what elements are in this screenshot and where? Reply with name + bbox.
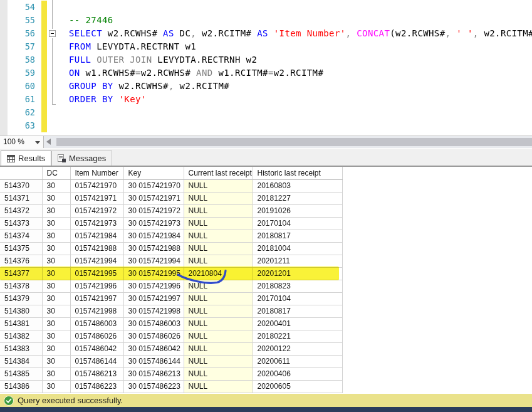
- grid-cell[interactable]: NULL: [184, 380, 253, 393]
- grid-cell[interactable]: 30: [42, 305, 70, 317]
- grid-cell[interactable]: 0157421970: [70, 179, 123, 192]
- grid-cell[interactable]: NULL: [184, 317, 253, 330]
- grid-cell[interactable]: 20200401: [253, 317, 342, 330]
- collapse-region-icon[interactable]: [49, 30, 56, 37]
- grid-cell[interactable]: 30 0157486042: [123, 342, 184, 355]
- grid-cell[interactable]: NULL: [184, 255, 253, 267]
- row-header[interactable]: 514385: [0, 367, 42, 380]
- grid-cell[interactable]: 20170104: [253, 292, 342, 305]
- grid-cell[interactable]: 20191026: [253, 204, 342, 217]
- grid-cell[interactable]: 0157421973: [70, 217, 123, 230]
- grid-cell[interactable]: 30 0157486003: [123, 317, 184, 330]
- grid-cell[interactable]: 30: [42, 280, 70, 292]
- row-header[interactable]: 514370: [0, 179, 42, 192]
- grid-cell[interactable]: NULL: [184, 192, 253, 204]
- code-line[interactable]: 58FULL OUTER JOIN LEVYDTA.RECTRNH w2: [0, 53, 532, 66]
- grid-cell[interactable]: NULL: [184, 355, 253, 367]
- grid-cell[interactable]: NULL: [184, 179, 253, 192]
- grid-cell[interactable]: 0157421997: [70, 292, 123, 305]
- row-header[interactable]: 514371: [0, 192, 42, 204]
- grid-cell[interactable]: 30: [42, 217, 70, 230]
- grid-cell[interactable]: NULL: [184, 367, 253, 380]
- grid-cell[interactable]: 30 0157421971: [123, 192, 184, 204]
- grid-cell[interactable]: 30: [42, 342, 70, 355]
- grid-cell[interactable]: 30: [42, 355, 70, 367]
- grid-cell[interactable]: 30 0157421994: [123, 255, 184, 267]
- code-line[interactable]: 63: [0, 119, 532, 132]
- grid-cell[interactable]: 0157486213: [70, 367, 123, 380]
- grid-cell[interactable]: 30 0157421970: [123, 179, 184, 192]
- grid-cell[interactable]: 30 0157421995: [123, 267, 184, 280]
- grid-cell[interactable]: 30: [42, 179, 70, 192]
- grid-cell[interactable]: 30: [42, 204, 70, 217]
- grid-cell[interactable]: 30: [42, 330, 70, 342]
- grid-cell[interactable]: NULL: [184, 305, 253, 317]
- grid-cell[interactable]: 0157421984: [70, 230, 123, 242]
- grid-cell[interactable]: 0157486042: [70, 342, 123, 355]
- grid-cell[interactable]: 30 0157486213: [123, 367, 184, 380]
- grid-cell[interactable]: 20180221: [253, 330, 342, 342]
- grid-cell[interactable]: 30 0157421988: [123, 242, 184, 255]
- grid-cell[interactable]: 30 0157421997: [123, 292, 184, 305]
- grid-cell[interactable]: 20200611: [253, 355, 342, 367]
- code-line[interactable]: 62: [0, 106, 532, 119]
- grid-cell[interactable]: 0157421971: [70, 192, 123, 204]
- grid-cell[interactable]: NULL: [184, 292, 253, 305]
- grid-cell[interactable]: 20180817: [253, 305, 342, 317]
- grid-cell[interactable]: NULL: [184, 230, 253, 242]
- hscrollbar-thumb[interactable]: [56, 138, 532, 146]
- grid-cell[interactable]: 30 0157421998: [123, 305, 184, 317]
- grid-cell[interactable]: 0157421998: [70, 305, 123, 317]
- grid-cell[interactable]: 20210804: [184, 267, 253, 280]
- sql-editor[interactable]: 5455-- 2744656SELECT w2.RCWHS# AS DC, w2…: [0, 0, 532, 135]
- grid-cell[interactable]: 30: [42, 230, 70, 242]
- tab-messages[interactable]: Messages: [51, 151, 112, 166]
- column-header[interactable]: DC: [42, 167, 70, 179]
- code-line[interactable]: 54: [0, 1, 532, 14]
- column-header[interactable]: Historic last receipt: [253, 167, 342, 179]
- grid-cell[interactable]: 0157486026: [70, 330, 123, 342]
- grid-cell[interactable]: 20200122: [253, 342, 342, 355]
- grid-cell[interactable]: NULL: [184, 330, 253, 342]
- column-header[interactable]: Item Number: [70, 167, 123, 179]
- row-header[interactable]: 514380: [0, 305, 42, 317]
- zoom-level-dropdown[interactable]: 100 %: [0, 136, 44, 148]
- grid-cell[interactable]: NULL: [184, 217, 253, 230]
- grid-cell[interactable]: 20180817: [253, 230, 342, 242]
- grid-cell[interactable]: 30: [42, 317, 70, 330]
- grid-cell[interactable]: 30: [42, 192, 70, 204]
- grid-cell[interactable]: 20180823: [253, 280, 342, 292]
- row-header[interactable]: 514375: [0, 242, 42, 255]
- grid-cell[interactable]: 20201211: [253, 255, 342, 267]
- grid-cell[interactable]: 0157421996: [70, 280, 123, 292]
- grid-cell[interactable]: 30: [42, 255, 70, 267]
- code-line[interactable]: 56SELECT w2.RCWHS# AS DC, w2.RCITM# AS '…: [0, 27, 532, 40]
- row-header[interactable]: 514379: [0, 292, 42, 305]
- code-line[interactable]: 55-- 27446: [0, 14, 532, 27]
- row-header[interactable]: 514374: [0, 230, 42, 242]
- row-header[interactable]: 514386: [0, 380, 42, 393]
- grid-cell[interactable]: NULL: [184, 280, 253, 292]
- grid-cell[interactable]: NULL: [184, 242, 253, 255]
- grid-cell[interactable]: 30: [42, 267, 70, 280]
- grid-cell[interactable]: 0157421988: [70, 242, 123, 255]
- row-header[interactable]: 514383: [0, 342, 42, 355]
- column-header[interactable]: [0, 167, 42, 179]
- grid-cell[interactable]: 20201201: [253, 267, 342, 280]
- grid-cell[interactable]: 20181227: [253, 192, 342, 204]
- code-line[interactable]: 57FROM LEVYDTA.RECTRNT w1: [0, 40, 532, 53]
- grid-cell[interactable]: 30: [42, 380, 70, 393]
- grid-cell[interactable]: 20200605: [253, 380, 342, 393]
- code-line[interactable]: 59ON w1.RCWHS#=w2.RCWHS# AND w1.RCITM#=w…: [0, 66, 532, 80]
- row-header[interactable]: 514372: [0, 204, 42, 217]
- row-header[interactable]: 514373: [0, 217, 42, 230]
- row-header[interactable]: 514376: [0, 255, 42, 267]
- row-header[interactable]: 514381: [0, 317, 42, 330]
- grid-cell[interactable]: 30 0157486026: [123, 330, 184, 342]
- row-header[interactable]: 514384: [0, 355, 42, 367]
- grid-cell[interactable]: 30 0157421972: [123, 204, 184, 217]
- grid-cell[interactable]: NULL: [184, 204, 253, 217]
- grid-cell[interactable]: 30 0157486223: [123, 380, 184, 393]
- grid-cell[interactable]: 30: [42, 292, 70, 305]
- grid-cell[interactable]: 0157486003: [70, 317, 123, 330]
